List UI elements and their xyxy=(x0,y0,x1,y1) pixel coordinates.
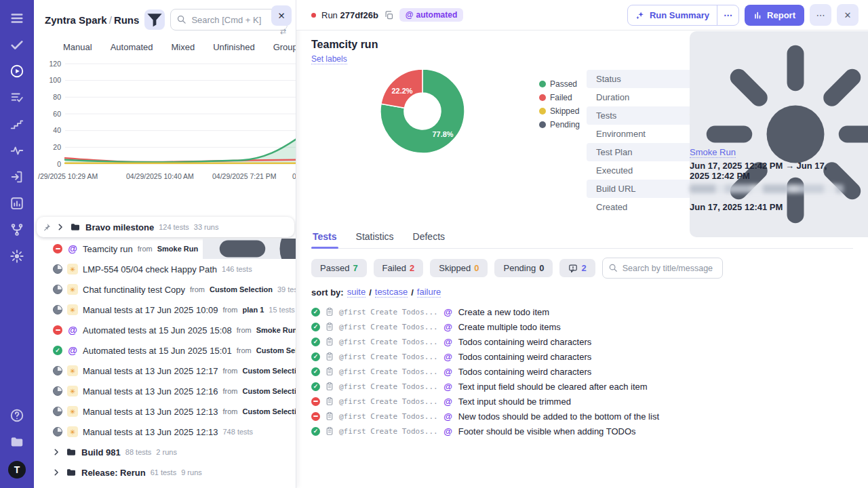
chart-y-tick: 20 xyxy=(53,143,61,151)
test-status-passed-icon xyxy=(311,382,320,391)
test-row[interactable]: @first Create Todos...@Todos containing … xyxy=(311,364,853,379)
test-row[interactable]: @first Create Todos...@Text input should… xyxy=(311,394,853,409)
test-row[interactable]: @first Create Todos...@Create multiple t… xyxy=(311,319,853,334)
swap-icon[interactable]: ⇄ xyxy=(280,27,286,36)
test-row[interactable]: @first Create Todos...@Create a new todo… xyxy=(311,304,853,319)
tab-automated[interactable]: Automated xyxy=(111,42,153,52)
test-title: Create a new todo item xyxy=(458,307,549,317)
steps-icon[interactable] xyxy=(9,117,24,131)
automated-test-icon: @ xyxy=(443,307,454,317)
check-icon[interactable] xyxy=(9,37,24,52)
run-row[interactable]: ✳Chat functinality test CopyfromCustom S… xyxy=(34,279,296,300)
run-summary-more-button[interactable]: ⋯ xyxy=(717,5,738,25)
filter-chip-pending[interactable]: Pending0 xyxy=(494,259,553,277)
run-status-pending-icon xyxy=(53,366,62,375)
tab-mixed[interactable]: Mixed xyxy=(172,42,195,52)
branch-icon[interactable] xyxy=(9,222,24,237)
tab-defects[interactable]: Defects xyxy=(412,228,446,248)
play-circle-icon[interactable] xyxy=(9,64,24,79)
run-row[interactable]: ✳LMP-554 05/04 check Happy Path146 tests xyxy=(34,259,296,279)
tests-search-input[interactable] xyxy=(602,258,723,279)
test-title: Text input should be trimmed xyxy=(458,396,571,407)
report-button[interactable]: Report xyxy=(745,5,804,26)
run-group-row[interactable]: Build 98188 tests2 runs xyxy=(34,442,296,462)
tab-statistics[interactable]: Statistics xyxy=(355,228,395,248)
activity-icon[interactable] xyxy=(9,143,24,158)
copy-icon[interactable] xyxy=(384,10,394,20)
test-row[interactable]: @first Create Todos...@New todos should … xyxy=(311,409,853,424)
manual-run-icon: ✳ xyxy=(67,284,78,295)
run-row[interactable]: ✳Manual tests at 13 Jun 2025 12:13748 te… xyxy=(34,422,296,442)
run-title: Automated tests at 15 Jun 2025 15:08 xyxy=(83,325,232,336)
chevron-right-icon[interactable] xyxy=(56,222,65,232)
bar-chart-icon[interactable] xyxy=(9,196,24,211)
build-url-redacted xyxy=(690,184,844,193)
sort-link-failure[interactable]: failure xyxy=(417,287,441,298)
run-from-name: Custom Selection xyxy=(256,346,296,354)
automated-test-icon: @ xyxy=(443,411,454,422)
tab-manual[interactable]: Manual xyxy=(63,42,92,52)
run-status-failed-icon xyxy=(53,325,62,335)
sort-link-testcase[interactable]: testcase xyxy=(375,287,408,298)
more-actions-button[interactable]: ⋯ xyxy=(810,4,831,26)
clipboard-icon xyxy=(325,337,334,346)
run-row[interactable]: ✳Manual tests at 13 Jun 2025 12:13fromCu… xyxy=(34,401,296,422)
run-row[interactable]: @Automated tests at 15 Jun 2025 15:01fro… xyxy=(34,340,296,361)
tab-tests[interactable]: Tests xyxy=(311,228,338,248)
test-row[interactable]: @first Create Todos...@Todos containing … xyxy=(311,334,853,349)
gear-icon[interactable] xyxy=(9,249,24,264)
run-group-row[interactable]: Bravo milestone124 tests33 runs xyxy=(37,217,294,237)
run-row[interactable]: ✳Manual tests at 13 Jun 2025 12:17fromCu… xyxy=(34,361,296,381)
run-group-row[interactable]: Release: Rerun61 tests9 runs xyxy=(34,462,296,483)
close-run-button[interactable]: ✕ xyxy=(837,4,859,26)
run-row[interactable]: @Automated tests at 15 Jun 2025 15:08fro… xyxy=(34,320,296,340)
chevron-right-icon[interactable] xyxy=(52,468,61,477)
legend-item: Pending xyxy=(539,120,580,129)
tests-search xyxy=(602,258,723,279)
field-value: Jun 17, 2025 12:41 PM xyxy=(690,202,783,212)
run-row[interactable]: ✳Manual tests at 13 Jun 2025 12:16fromCu… xyxy=(34,381,296,401)
run-status-failed-icon xyxy=(53,244,62,253)
folder-nav-icon[interactable] xyxy=(9,434,24,449)
automated-badge[interactable]: @automated xyxy=(399,8,463,22)
field-label: Environment xyxy=(596,129,690,139)
help-icon[interactable] xyxy=(9,408,24,423)
avatar[interactable]: T xyxy=(8,461,26,479)
breadcrumb-project[interactable]: Zyntra Spark xyxy=(45,14,107,26)
run-status-pending-icon xyxy=(53,285,62,294)
legend-label: Pending xyxy=(550,120,580,129)
run-summary-button[interactable]: Run Summary xyxy=(628,5,717,25)
sparkles-icon xyxy=(635,10,646,20)
run-from-name: Smoke Run xyxy=(256,326,296,334)
filter-count: 2 xyxy=(410,263,414,273)
manual-run-icon: ✳ xyxy=(67,264,78,274)
chevron-right-icon[interactable] xyxy=(52,447,61,457)
test-row[interactable]: @first Create Todos...@Todos containing … xyxy=(311,349,853,364)
test-row[interactable]: @first Create Todos...@Footer should be … xyxy=(311,424,853,439)
panel-close-button[interactable]: ✕ xyxy=(271,5,292,26)
chart-y-tick: 60 xyxy=(53,110,61,118)
filter-button[interactable] xyxy=(144,9,165,30)
filter-chip-failed[interactable]: Failed2 xyxy=(374,259,424,277)
list-check-icon[interactable] xyxy=(9,90,24,105)
comments-chip[interactable]: 2 xyxy=(559,259,595,277)
manual-run-icon: ✳ xyxy=(67,304,78,315)
filter-chip-skipped[interactable]: Skipped0 xyxy=(430,259,488,277)
group-name: Build 981 xyxy=(81,447,121,458)
run-row[interactable]: @Teamcity runfromSmoke Runtest9 tests xyxy=(34,239,296,259)
import-icon[interactable] xyxy=(9,169,24,184)
sort-link-suite[interactable]: suite xyxy=(347,287,366,298)
legend-dot xyxy=(539,121,546,128)
menu-icon[interactable] xyxy=(9,11,24,26)
test-plan-link[interactable]: Smoke Run xyxy=(690,147,736,158)
set-labels-link[interactable]: Set labels xyxy=(311,54,347,64)
filter-chip-passed[interactable]: Passed7 xyxy=(311,259,367,277)
run-row[interactable]: ✳Manual tests at 17 Jun 2025 10:09frompl… xyxy=(34,300,296,320)
field-row: ExecutedJun 17, 2025 12:42 PM → Jun 17, … xyxy=(587,161,853,180)
run-detail-header: Run 277df26b @automated Run Summary ⋯ Re… xyxy=(296,0,868,30)
tab-groups[interactable]: Groups xyxy=(273,42,296,52)
test-row[interactable]: @first Create Todos...@Text input field … xyxy=(311,379,853,394)
search-input[interactable] xyxy=(170,9,288,30)
tab-unfinished[interactable]: Unfinished xyxy=(213,42,254,52)
comments-count: 2 xyxy=(581,263,586,273)
